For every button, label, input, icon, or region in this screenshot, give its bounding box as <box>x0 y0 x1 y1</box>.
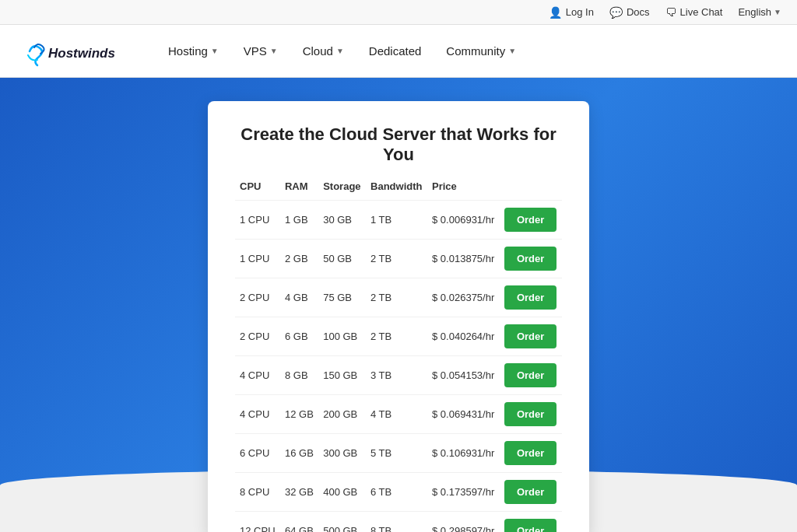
cell-bandwidth: 2 TB <box>366 317 427 356</box>
cell-cpu: 8 CPU <box>235 473 280 512</box>
cell-bandwidth: 5 TB <box>366 434 427 473</box>
cell-cpu: 2 CPU <box>235 317 280 356</box>
table-row: 1 CPU1 GB30 GB1 TB$ 0.006931/hrOrder <box>235 201 562 240</box>
order-button[interactable]: Order <box>504 402 556 426</box>
order-button[interactable]: Order <box>504 247 556 271</box>
table-row: 8 CPU32 GB400 GB6 TB$ 0.173597/hrOrder <box>235 473 562 512</box>
nav-bar: Hostwinds Hosting ▼ VPS ▼ Cloud ▼ Dedica… <box>0 25 797 78</box>
pricing-table-body: 1 CPU1 GB30 GB1 TB$ 0.006931/hrOrder1 CP… <box>235 201 562 533</box>
cell-ram: 8 GB <box>280 356 318 395</box>
cell-order: Order <box>500 356 562 395</box>
pricing-table: CPU RAM Storage Bandwidth Price 1 CPU1 G… <box>235 180 562 532</box>
col-ram: RAM <box>280 180 318 201</box>
nav-item-cloud[interactable]: Cloud ▼ <box>290 38 356 64</box>
cell-order: Order <box>500 240 562 278</box>
cell-ram: 16 GB <box>280 434 318 473</box>
cell-cpu: 12 CPU <box>235 512 280 533</box>
order-button[interactable]: Order <box>504 480 556 504</box>
cell-bandwidth: 4 TB <box>366 395 427 434</box>
cell-ram: 64 GB <box>280 512 318 533</box>
col-cpu: CPU <box>235 180 280 201</box>
nav-menu: Hosting ▼ VPS ▼ Cloud ▼ Dedicated Commun… <box>156 38 528 64</box>
cell-bandwidth: 1 TB <box>366 201 427 240</box>
cell-bandwidth: 2 TB <box>366 240 427 278</box>
lang-chevron-icon: ▼ <box>774 8 781 16</box>
table-row: 4 CPU12 GB200 GB4 TB$ 0.069431/hrOrder <box>235 395 562 434</box>
cell-price: $ 0.013875/hr <box>427 240 500 278</box>
table-header-row: CPU RAM Storage Bandwidth Price <box>235 180 562 201</box>
nav-item-community[interactable]: Community ▼ <box>434 38 528 64</box>
table-row: 6 CPU16 GB300 GB5 TB$ 0.106931/hrOrder <box>235 434 562 473</box>
cell-storage: 400 GB <box>318 473 366 512</box>
table-row: 1 CPU2 GB50 GB2 TB$ 0.013875/hrOrder <box>235 240 562 278</box>
cell-cpu: 1 CPU <box>235 201 280 240</box>
cell-storage: 200 GB <box>318 395 366 434</box>
cell-storage: 100 GB <box>318 317 366 356</box>
cell-price: $ 0.054153/hr <box>427 356 500 395</box>
cell-price: $ 0.173597/hr <box>427 473 500 512</box>
cell-ram: 32 GB <box>280 473 318 512</box>
cell-bandwidth: 6 TB <box>366 473 427 512</box>
cell-storage: 50 GB <box>318 240 366 278</box>
cell-ram: 6 GB <box>280 317 318 356</box>
cell-price: $ 0.040264/hr <box>427 317 500 356</box>
login-label: Log In <box>566 6 594 18</box>
order-button[interactable]: Order <box>504 363 556 387</box>
cell-storage: 75 GB <box>318 278 366 317</box>
table-row: 4 CPU8 GB150 GB3 TB$ 0.054153/hrOrder <box>235 356 562 395</box>
table-row: 2 CPU6 GB100 GB2 TB$ 0.040264/hrOrder <box>235 317 562 356</box>
cell-order: Order <box>500 434 562 473</box>
cell-order: Order <box>500 512 562 533</box>
cell-bandwidth: 8 TB <box>366 512 427 533</box>
cell-storage: 30 GB <box>318 201 366 240</box>
cell-price: $ 0.026375/hr <box>427 278 500 317</box>
nav-item-dedicated[interactable]: Dedicated <box>356 38 434 64</box>
cell-ram: 12 GB <box>280 395 318 434</box>
cell-ram: 4 GB <box>280 278 318 317</box>
cell-bandwidth: 3 TB <box>366 356 427 395</box>
cell-order: Order <box>500 473 562 512</box>
col-action <box>500 180 562 201</box>
livechat-label: Live Chat <box>680 6 723 18</box>
order-button[interactable]: Order <box>504 324 556 348</box>
order-button[interactable]: Order <box>504 441 556 465</box>
cell-price: $ 0.006931/hr <box>427 201 500 240</box>
cell-cpu: 4 CPU <box>235 356 280 395</box>
nav-item-hosting[interactable]: Hosting ▼ <box>156 38 231 64</box>
hero-section: Create the Cloud Server that Works for Y… <box>0 78 797 532</box>
cell-price: $ 0.298597/hr <box>427 512 500 533</box>
col-storage: Storage <box>318 180 366 201</box>
cell-price: $ 0.069431/hr <box>427 395 500 434</box>
top-bar: 👤 Log In 💬 Docs 🗨 Live Chat English ▼ <box>0 0 797 25</box>
cell-bandwidth: 2 TB <box>366 278 427 317</box>
card-title: Create the Cloud Server that Works for Y… <box>235 124 562 165</box>
order-button[interactable]: Order <box>504 285 556 310</box>
language-selector[interactable]: English ▼ <box>738 6 781 18</box>
cell-storage: 150 GB <box>318 356 366 395</box>
cell-cpu: 6 CPU <box>235 434 280 473</box>
cell-cpu: 4 CPU <box>235 395 280 434</box>
livechat-link[interactable]: 🗨 Live Chat <box>665 6 723 19</box>
table-row: 2 CPU4 GB75 GB2 TB$ 0.026375/hrOrder <box>235 278 562 317</box>
docs-link[interactable]: 💬 Docs <box>609 6 650 19</box>
cell-order: Order <box>500 201 562 240</box>
cell-ram: 2 GB <box>280 240 318 278</box>
cell-order: Order <box>500 278 562 317</box>
nav-item-vps[interactable]: VPS ▼ <box>231 38 290 64</box>
order-button[interactable]: Order <box>504 519 556 532</box>
chat-icon: 🗨 <box>665 6 676 19</box>
col-bandwidth: Bandwidth <box>366 180 427 201</box>
order-button[interactable]: Order <box>504 208 556 232</box>
docs-icon: 💬 <box>609 6 623 19</box>
cell-order: Order <box>500 317 562 356</box>
hosting-chevron-icon: ▼ <box>211 47 219 55</box>
cell-order: Order <box>500 395 562 434</box>
cloud-chevron-icon: ▼ <box>336 47 344 55</box>
community-chevron-icon: ▼ <box>508 47 516 55</box>
cell-ram: 1 GB <box>280 201 318 240</box>
logo[interactable]: Hostwinds <box>23 36 132 67</box>
svg-text:Hostwinds: Hostwinds <box>48 46 115 61</box>
lang-label: English <box>738 6 771 18</box>
login-link[interactable]: 👤 Log In <box>549 6 594 19</box>
vps-chevron-icon: ▼ <box>270 47 278 55</box>
